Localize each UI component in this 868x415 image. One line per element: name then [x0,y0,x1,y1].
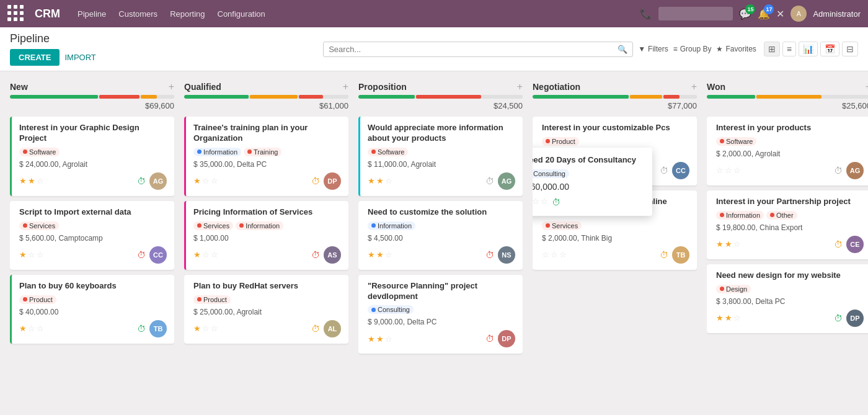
star[interactable]: ★ [19,176,27,185]
card-stars[interactable]: ☆☆☆ [716,166,741,175]
star[interactable]: ☆ [37,176,44,185]
star[interactable]: ☆ [28,324,35,333]
star[interactable]: ☆ [541,197,548,206]
card[interactable]: Interest in your Graphic Design Project … [10,117,174,196]
star[interactable]: ★ [716,239,724,249]
card-stars[interactable]: ☆☆☆ [542,250,567,259]
card-stars[interactable]: ★★☆ [716,313,741,323]
card-stars[interactable]: ★★☆ [368,334,392,344]
card[interactable]: Need new design for my website Design $ … [707,264,868,333]
star[interactable]: ☆ [551,250,558,259]
star[interactable]: ☆ [202,176,210,185]
star[interactable]: ☆ [202,324,210,333]
avatar[interactable]: A [790,6,807,22]
groupby-button[interactable]: ≡ Group By [673,45,712,53]
card-stars[interactable]: ★☆☆ [19,250,44,259]
kanban-view-button[interactable]: ⊞ [764,42,780,56]
star[interactable]: ★ [193,250,201,259]
username[interactable]: Administrator [813,9,861,19]
search-icon[interactable]: 🔍 [618,45,627,54]
star[interactable]: ☆ [37,250,44,259]
star[interactable]: ☆ [385,176,392,185]
star[interactable]: ☆ [559,250,567,259]
menu-reporting[interactable]: Reporting [170,9,205,19]
column-add-button[interactable]: + [866,81,868,92]
star[interactable]: ☆ [202,250,210,259]
card[interactable]: Plan to buy RedHat servers Product $ 25,… [184,275,348,344]
card[interactable]: Interest in your customizable Pcs Produc… [533,117,697,185]
create-button[interactable]: CREATE [10,49,60,66]
card[interactable]: Interest in your Partnership project Inf… [707,190,868,259]
star[interactable]: ★ [19,324,27,333]
card-stars[interactable]: ★★☆ [368,176,392,185]
star[interactable]: ★ [19,250,27,259]
card[interactable]: Need to customize the solution Informati… [358,201,523,270]
star[interactable]: ★ [725,239,732,249]
card-stars[interactable]: ★★☆ [716,239,741,249]
cards-list: Interest in your customizable Pcs Produc… [533,117,697,396]
menu-configuration[interactable]: Configuration [218,9,265,19]
star[interactable]: ☆ [211,176,218,185]
filters-button[interactable]: ▼ Filters [638,45,668,53]
search-bar[interactable]: 🔍 [323,42,633,57]
search-input[interactable] [329,45,618,54]
star[interactable]: ★ [376,250,384,259]
apps-grid-icon[interactable] [7,5,25,22]
card[interactable]: Pricing Information of Services Services… [184,201,348,270]
star[interactable]: ★ [193,176,201,185]
card[interactable]: Plan to buy 60 keyboards Product $ 40,00… [10,275,174,344]
grid-view-button[interactable]: ⊟ [842,42,858,56]
column-add-button[interactable]: + [517,81,523,92]
star[interactable]: ☆ [733,239,741,249]
star[interactable]: ☆ [28,250,35,259]
star[interactable]: ★ [193,324,201,333]
star[interactable]: ★ [28,176,35,185]
chart-view-button[interactable]: 📊 [799,42,818,56]
list-view-button[interactable]: ≡ [782,42,796,56]
calendar-view-button[interactable]: 📅 [820,42,839,56]
star[interactable]: ★ [368,334,375,344]
card-stars[interactable]: ★☆☆ [193,176,218,185]
import-button[interactable]: IMPORT [64,53,95,62]
favorites-button[interactable]: ★ Favorites [716,45,756,53]
phone-icon[interactable]: 📞 [640,8,652,20]
star[interactable]: ☆ [211,324,218,333]
star[interactable]: ★ [716,313,724,323]
card-stars[interactable]: ★☆☆ [19,324,44,333]
card[interactable]: Script to Import external data Services … [10,201,174,270]
star[interactable]: ☆ [725,166,732,175]
notification-bell[interactable]: 💬 15 [739,8,751,20]
star[interactable]: ☆ [542,250,549,259]
star[interactable]: ★ [376,176,384,185]
card[interactable]: Trainee's training plan in your Organiza… [184,117,348,196]
star[interactable]: ★ [368,176,375,185]
star[interactable]: ☆ [533,197,539,206]
card[interactable]: Would appreciate more information about … [358,117,523,196]
card[interactable]: Interest in your products Software $ 2,0… [707,117,868,185]
star[interactable]: ★ [725,313,732,323]
column-add-button[interactable]: + [169,81,174,92]
star[interactable]: ☆ [385,334,392,344]
menu-customers[interactable]: Customers [118,9,157,19]
star[interactable]: ☆ [733,166,741,175]
card-footer-right: ⏱ DP [834,310,864,327]
card-stars[interactable]: ★☆☆ [193,324,218,333]
menu-pipeline[interactable]: Pipeline [78,9,106,19]
card-stars[interactable]: ★★☆ [19,176,44,185]
card[interactable]: "Resource Planning" project devdlopment … [358,275,523,354]
star[interactable]: ☆ [37,324,44,333]
column-add-button[interactable]: + [691,81,697,92]
star[interactable]: ★ [376,334,384,344]
close-icon[interactable]: ✕ [776,8,784,20]
star[interactable]: ☆ [385,250,392,259]
column-add-button[interactable]: + [343,81,348,92]
notification-bell2[interactable]: 🔔 17 [758,8,770,20]
star[interactable]: ☆ [211,250,218,259]
star[interactable]: ★ [368,250,375,259]
card-stars[interactable]: ★★☆ [368,250,392,259]
star[interactable]: ☆ [733,313,741,323]
card-stars[interactable]: ★☆☆ [193,250,218,259]
tooltip-stars[interactable]: ☆☆☆ [533,197,548,206]
star[interactable]: ☆ [716,166,724,175]
app-logo[interactable]: CRM [35,7,60,20]
